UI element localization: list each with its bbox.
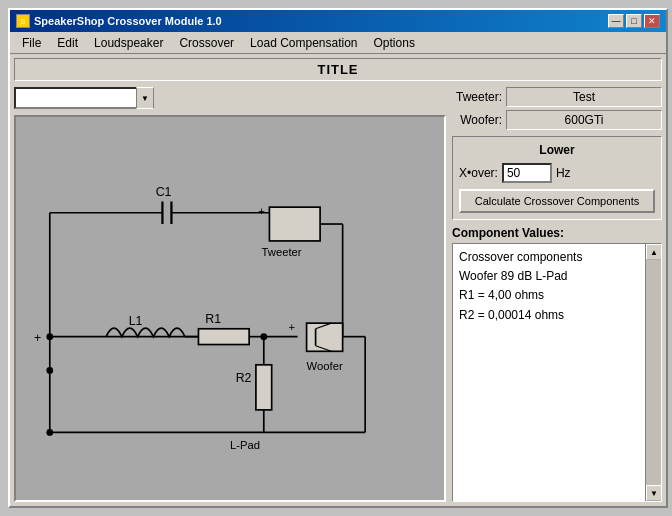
svg-text:L-Pad: L-Pad — [230, 439, 260, 451]
tweeter-label: Tweeter: — [452, 90, 502, 104]
woofer-row: Woofer: 600GTi — [452, 110, 662, 130]
dropdown-row: ▼ — [14, 87, 446, 109]
svg-rect-5 — [269, 207, 320, 241]
comp-line-2: Woofer 89 dB L-Pad — [459, 267, 655, 286]
svg-text:+: + — [258, 205, 265, 217]
menu-loudspeaker[interactable]: Loudspeaker — [86, 34, 171, 52]
hz-label: Hz — [556, 166, 571, 180]
tweeter-woofer-section: Tweeter: Test Woofer: 600GTi — [452, 87, 662, 130]
c1-label: C1 — [156, 185, 172, 199]
woofer-value: 600GTi — [506, 110, 662, 130]
crossover-title: Lower — [459, 143, 655, 157]
main-window: S SpeakerShop Crossover Module 1.0 — □ ✕… — [8, 8, 668, 508]
menu-bar: File Edit Loudspeaker Crossover Load Com… — [10, 32, 666, 54]
title-bar: S SpeakerShop Crossover Module 1.0 — □ ✕ — [10, 10, 666, 32]
svg-text:+: + — [34, 331, 41, 345]
xover-input[interactable] — [502, 163, 552, 183]
menu-file[interactable]: File — [14, 34, 49, 52]
select-wrapper: ▼ — [14, 87, 154, 109]
close-button[interactable]: ✕ — [644, 14, 660, 28]
scrollbar-vertical: ▲ ▼ — [645, 244, 661, 501]
component-values-title: Component Values: — [452, 226, 662, 240]
svg-rect-17 — [198, 329, 249, 345]
svg-rect-0 — [16, 145, 444, 472]
app-icon: S — [16, 14, 30, 28]
menu-crossover[interactable]: Crossover — [171, 34, 242, 52]
xover-row: X•over: Hz — [459, 163, 655, 183]
menu-load-compensation[interactable]: Load Compensation — [242, 34, 365, 52]
right-panel: Tweeter: Test Woofer: 600GTi Lower X•ove… — [452, 87, 662, 502]
svg-text:R1: R1 — [205, 312, 221, 326]
title-bar-left: S SpeakerShop Crossover Module 1.0 — [16, 14, 222, 28]
menu-edit[interactable]: Edit — [49, 34, 86, 52]
calculate-button[interactable]: Calculate Crossover Components — [459, 189, 655, 213]
component-values-content: Crossover components Woofer 89 dB L-Pad … — [453, 244, 661, 329]
tweeter-value: Test — [506, 87, 662, 107]
window-controls: — □ ✕ — [608, 14, 660, 28]
svg-text:R2: R2 — [236, 371, 252, 385]
menu-options[interactable]: Options — [366, 34, 423, 52]
woofer-label: Woofer: — [452, 113, 502, 127]
preset-select[interactable] — [14, 87, 154, 109]
svg-rect-27 — [307, 323, 343, 351]
svg-rect-22 — [256, 365, 272, 410]
schematic-svg: C1 + Tweeter + — [16, 117, 444, 500]
crossover-section: Lower X•over: Hz Calculate Crossover Com… — [452, 136, 662, 220]
content-area: TITLE ▼ — [10, 54, 666, 506]
comp-line-3: R1 = 4,00 ohms — [459, 286, 655, 305]
window-title: SpeakerShop Crossover Module 1.0 — [34, 15, 222, 27]
svg-text:+: + — [289, 321, 296, 333]
scroll-up-button[interactable]: ▲ — [646, 244, 662, 260]
scroll-track[interactable] — [646, 260, 661, 485]
main-row: ▼ C1 — [14, 87, 662, 502]
svg-text:Tweeter: Tweeter — [262, 246, 302, 258]
minimize-button[interactable]: — — [608, 14, 624, 28]
component-values-box: Crossover components Woofer 89 dB L-Pad … — [452, 243, 662, 502]
comp-line-4: R2 = 0,00014 ohms — [459, 306, 655, 325]
scroll-down-button[interactable]: ▼ — [646, 485, 662, 501]
maximize-button[interactable]: □ — [626, 14, 642, 28]
schematic-panel: C1 + Tweeter + — [14, 115, 446, 502]
svg-point-37 — [46, 429, 53, 436]
comp-list-header: Crossover components — [459, 248, 655, 267]
tweeter-row: Tweeter: Test — [452, 87, 662, 107]
select-arrow-icon[interactable]: ▼ — [136, 87, 154, 109]
svg-text:Woofer: Woofer — [307, 360, 343, 372]
component-values-section: Component Values: Crossover components W… — [452, 226, 662, 502]
left-panel: ▼ C1 — [14, 87, 446, 502]
page-title: TITLE — [14, 58, 662, 81]
svg-text:L1: L1 — [129, 314, 143, 328]
xover-label: X•over: — [459, 166, 498, 180]
